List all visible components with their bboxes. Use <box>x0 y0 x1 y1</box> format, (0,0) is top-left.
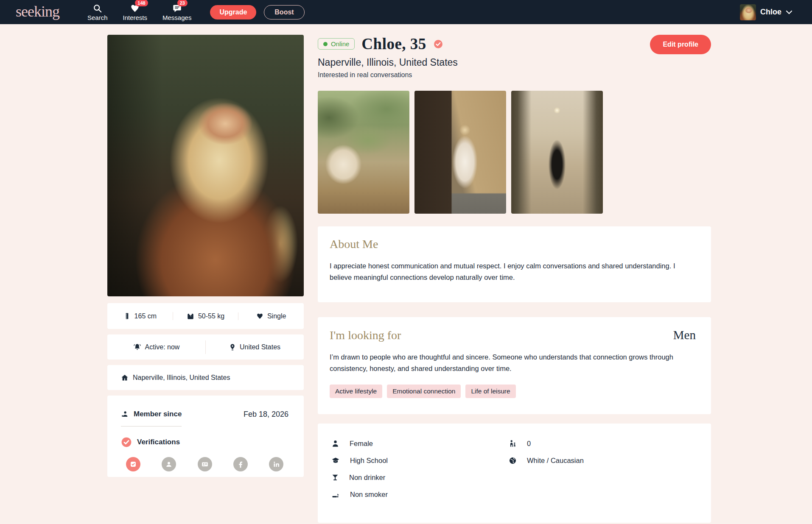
photo-verified-icon[interactable] <box>126 457 140 471</box>
education-value: High School <box>350 457 388 465</box>
drink-icon <box>331 474 339 482</box>
home-location-card: Naperville, Illinois, United States <box>107 365 304 390</box>
tag-active-lifestyle: Active lifestyle <box>330 385 382 398</box>
facebook-verification-icon[interactable] <box>233 457 248 471</box>
ethnicity-value: White / Caucasian <box>527 457 584 465</box>
active-status-value: Active: now <box>145 343 180 351</box>
photo-gallery <box>318 91 711 214</box>
height-value: 165 cm <box>134 312 157 320</box>
children-icon <box>509 440 517 448</box>
about-me-text: I appreciate honest communication and mu… <box>330 260 696 283</box>
tag-life-of-leisure: Life of leisure <box>465 385 515 398</box>
home-location-value: Naperville, Illinois, United States <box>133 374 230 382</box>
home-icon <box>121 374 129 382</box>
tag-emotional-connection: Emotional connection <box>387 385 461 398</box>
active-status: Active: now <box>107 340 206 354</box>
search-icon <box>93 3 102 13</box>
education-icon <box>331 457 340 465</box>
person-icon <box>331 440 339 448</box>
ruler-icon <box>123 312 131 320</box>
looking-for-title: I'm looking for <box>330 329 401 342</box>
bell-icon <box>133 343 141 351</box>
heart-icon <box>256 313 263 320</box>
member-icon <box>121 410 129 418</box>
verified-badge-icon <box>433 39 443 49</box>
profile-name: Chloe, 35 <box>361 35 426 53</box>
looking-for-text: I’m drawn to people who are thoughtful a… <box>330 351 696 374</box>
activity-card: Active: now United States <box>107 334 304 360</box>
gallery-photo-1[interactable] <box>318 91 409 214</box>
chat-icon: 23 <box>172 3 182 13</box>
main-profile-photo[interactable] <box>107 35 304 296</box>
country: United States <box>206 340 304 354</box>
country-value: United States <box>240 343 280 351</box>
smoking-value: Non smoker <box>350 491 388 499</box>
messages-badge: 23 <box>177 0 188 6</box>
user-menu[interactable]: Chloe <box>740 4 792 20</box>
avatar <box>740 4 756 20</box>
top-nav: seeking Search 148 Interests 23 Messages… <box>0 0 812 24</box>
verifications-label: Verifications <box>137 438 180 446</box>
user-menu-name: Chloe <box>760 8 781 17</box>
relationship-stat: Single <box>238 312 304 320</box>
interest-tags: Active lifestyle Emotional connection Li… <box>330 385 696 398</box>
ethnicity-globe-icon <box>509 457 517 465</box>
scale-icon <box>187 312 194 320</box>
nav-interests-label: Interests <box>123 14 148 21</box>
linkedin-verification-icon[interactable] <box>269 457 283 471</box>
education-detail: High School <box>331 456 509 465</box>
location-pin-icon <box>229 343 236 351</box>
online-label: Online <box>331 40 349 47</box>
id-verification-icon[interactable] <box>198 457 212 471</box>
looking-for-gender: Men <box>673 328 696 342</box>
about-me-title: About Me <box>330 237 378 251</box>
drinking-detail: Non drinker <box>331 473 509 482</box>
about-me-section: About Me I appreciate honest communicati… <box>318 226 711 302</box>
smoking-detail: Non smoker <box>331 490 509 499</box>
stats-card: 165 cm 50-55 kg Single <box>107 303 304 329</box>
relationship-value: Single <box>267 312 286 320</box>
nav-messages[interactable]: 23 Messages <box>162 0 191 24</box>
profile-tagline: Interested in real conversations <box>318 71 458 79</box>
drinking-value: Non drinker <box>349 474 385 482</box>
gender-value: Female <box>350 440 373 448</box>
weight-stat: 50-55 kg <box>173 312 239 320</box>
weight-value: 50-55 kg <box>198 312 224 320</box>
nav-interests[interactable]: 148 Interests <box>123 0 148 24</box>
verified-check-icon <box>121 437 132 448</box>
member-since-date: Feb 18, 2026 <box>244 410 288 419</box>
gallery-photo-3[interactable] <box>511 91 603 214</box>
profile-verification-icon[interactable] <box>162 457 176 471</box>
profile-header: Online Chloe, 35 Naperville, Illinois, U… <box>318 35 711 79</box>
looking-for-section: I'm looking for Men I’m drawn to people … <box>318 317 711 414</box>
smoke-icon <box>331 491 340 499</box>
gender-detail: Female <box>331 439 509 449</box>
interests-badge: 148 <box>135 0 148 6</box>
gallery-photo-2[interactable] <box>414 91 506 214</box>
chevron-down-icon <box>786 10 792 14</box>
children-value: 0 <box>527 440 531 448</box>
upgrade-button[interactable]: Upgrade <box>210 5 256 20</box>
online-badge: Online <box>318 38 355 50</box>
heart-icon: 148 <box>130 3 140 13</box>
boost-button[interactable]: Boost <box>264 5 304 20</box>
children-detail: 0 <box>509 439 584 449</box>
nav-search-label: Search <box>87 14 108 21</box>
nav-messages-label: Messages <box>162 14 191 21</box>
member-since: Member since <box>121 410 182 426</box>
verification-icons <box>121 457 288 471</box>
member-since-label: Member since <box>134 410 182 418</box>
ethnicity-detail: White / Caucasian <box>509 456 584 465</box>
details-section: Female High School Non drinker <box>318 424 711 523</box>
member-card: Member since Feb 18, 2026 Verifications <box>107 396 304 477</box>
seeking-logo[interactable]: seeking <box>16 4 59 19</box>
edit-profile-button[interactable]: Edit profile <box>650 35 711 54</box>
height-stat: 165 cm <box>107 312 173 320</box>
profile-location: Naperville, Illinois, United States <box>318 57 458 68</box>
nav-search[interactable]: Search <box>87 0 108 24</box>
online-dot-icon <box>323 42 328 46</box>
